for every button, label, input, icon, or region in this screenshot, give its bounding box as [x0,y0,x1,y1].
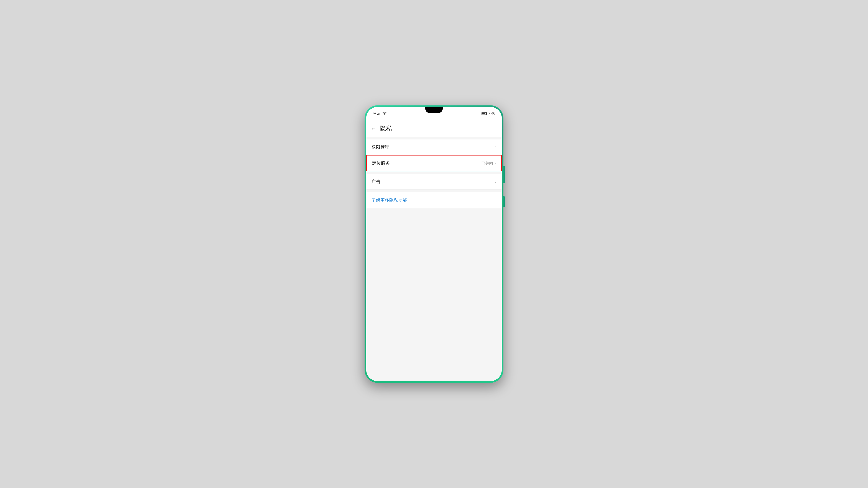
page-content: ← 隐私 权限管理 › 定位服务 已关闭 [366,120,502,381]
location-chevron-icon: › [495,161,496,165]
status-right: 7:46 [482,111,495,116]
page-title: 隐私 [380,124,392,132]
chevron-right-icon: › [495,145,496,150]
settings-item-location[interactable]: 定位服务 已关闭 › [366,155,502,171]
permissions-right: › [495,145,496,150]
phone-device: 4G 7:46 [365,105,503,383]
location-label: 定位服务 [372,160,390,166]
ads-chevron-icon: › [495,180,496,184]
carrier-text: 4G [373,112,376,115]
location-right: 已关闭 › [481,161,496,166]
ads-section: 广告 › [366,174,502,190]
phone-screen: 4G 7:46 [366,107,502,381]
time-display: 7:46 [489,111,495,116]
settings-item-permissions[interactable]: 权限管理 › [366,139,502,155]
battery-body [482,112,487,115]
learn-more-link[interactable]: 了解更多隐私功能 [372,198,407,202]
settings-item-ads[interactable]: 广告 › [366,174,502,190]
ads-label: 广告 [372,179,380,185]
battery-fill [482,113,485,114]
battery-icon [482,112,487,115]
ads-right: › [495,180,496,184]
page-header: ← 隐私 [366,120,502,137]
status-bar: 4G 7:46 [366,107,502,120]
location-value: 已关闭 [481,161,493,166]
permissions-label: 权限管理 [372,144,389,150]
notch [425,107,443,113]
back-button[interactable]: ← [371,126,376,131]
wifi-icon [382,112,386,115]
learn-more-section: 了解更多隐私功能 [366,192,502,208]
signal-icon [377,112,381,115]
settings-list: 权限管理 › [366,139,502,155]
status-left: 4G [373,112,386,115]
